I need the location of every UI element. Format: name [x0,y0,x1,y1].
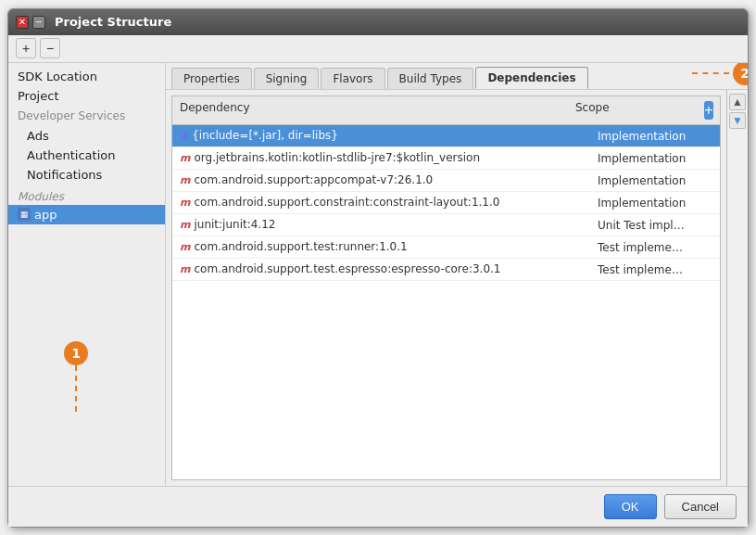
main-panel: Properties Signing Flavors Build Types D… [166,63,748,486]
scope-cell: Test impleme… [590,260,720,279]
sidebar-item-developer-services: Developer Services [8,106,165,126]
sidebar-item-project[interactable]: Project [8,86,165,106]
dep-text: com.android.support.constraint:constrain… [194,196,499,209]
dep-text: com.android.support:appcompat-v7:26.1.0 [194,173,433,186]
toolbar: + − [8,35,748,63]
sidebar-item-sdk-location[interactable]: SDK Location [8,67,165,86]
app-item-label: app [34,208,57,222]
move-up-button[interactable]: ▲ [729,94,746,110]
module-icon: m [180,263,190,275]
module-icon: m [180,197,190,209]
dependency-table: Dependency Scope + ⊕ {include=[*.jar], d… [171,96,721,480]
remove-button[interactable]: − [40,38,60,58]
scope-cell: Implementation [590,193,720,212]
table-outer: Dependency Scope + ⊕ {include=[*.jar], d… [166,90,748,486]
col-header-scope: Scope [568,99,698,121]
sidebar-item-notifications[interactable]: Notifications [8,165,165,185]
project-structure-window: ✕ − Project Structure + − SDK Location P… [7,8,749,528]
title-bar: ✕ − Project Structure [8,9,748,35]
table-row[interactable]: m com.android.support.test.espresso:espr… [172,259,720,281]
dep-text: org.jetbrains.kotlin:kotlin-stdlib-jre7:… [194,151,480,164]
scope-text: Test impleme… [598,263,683,276]
table-row[interactable]: m com.android.support.test:runner:1.0.1 … [172,236,720,259]
content-area: SDK Location Project Developer Services … [8,63,748,486]
scope-text: Implementation [598,152,686,165]
annotation-2-line-h [692,72,729,74]
footer: OK Cancel [8,486,748,527]
tab-dependencies[interactable]: Dependencies [475,67,587,89]
scope-text: Implementation [598,174,686,187]
gradle-icon: ⊕ [180,130,188,142]
modules-section-label: Modules [8,185,165,205]
dep-text: junit:junit:4.12 [194,218,275,231]
module-icon: m [180,174,190,186]
module-icon: m [180,241,190,253]
scope-text: Unit Test impl… [598,219,685,232]
sidebar-item-app[interactable]: ▦ app [8,205,165,224]
module-icon: m [180,152,190,164]
scope-cell: Test impleme… [590,237,720,257]
tab-build-types[interactable]: Build Types [387,68,474,89]
scope-cell: Implementation [590,148,720,168]
table-body: ⊕ {include=[*.jar], dir=libs} Implementa… [172,125,720,479]
tab-properties[interactable]: Properties [171,68,252,89]
table-row[interactable]: m com.android.support:appcompat-v7:26.1.… [172,170,720,192]
dep-cell: m com.android.support.constraint:constra… [172,193,590,211]
table-row[interactable]: ⊕ {include=[*.jar], dir=libs} Implementa… [172,125,720,147]
annotation-bubble-2: 2 [733,63,748,85]
move-down-button[interactable]: ▼ [729,112,746,129]
scope-text: Test impleme… [598,241,683,254]
scope-text: Implementation [598,197,686,210]
scope-cell: Implementation [590,171,720,190]
dep-cell: m com.android.support:appcompat-v7:26.1.… [172,171,590,189]
tab-flavors[interactable]: Flavors [321,68,384,89]
tabs-bar: Properties Signing Flavors Build Types D… [166,63,748,90]
dep-cell: ⊕ {include=[*.jar], dir=libs} [172,126,590,145]
table-row[interactable]: m com.android.support.constraint:constra… [172,192,720,214]
table-side-buttons: ▲ ▼ 3 [726,90,748,486]
table-row[interactable]: m junit:junit:4.12 Unit Test impl… [172,214,720,236]
annotation-bubble-1: 1 [64,341,88,365]
dep-text: com.android.support.test.espresso:espres… [194,262,500,275]
module-icon: m [180,219,190,231]
dep-cell: m com.android.support.test.espresso:espr… [172,260,590,278]
dep-text: {include=[*.jar], dir=libs} [192,129,338,142]
add-dep-btn-header[interactable]: + [698,99,720,121]
cancel-button[interactable]: Cancel [664,494,737,519]
app-module-icon: ▦ [18,208,31,221]
scope-cell: Implementation [590,126,720,146]
close-button[interactable]: ✕ [16,16,29,29]
col-header-dependency: Dependency [172,99,568,121]
add-button[interactable]: + [16,38,36,58]
annotation-1-line [75,365,77,412]
dep-text: com.android.support.test:runner:1.0.1 [194,240,407,253]
tab-signing[interactable]: Signing [254,68,320,89]
sidebar-item-ads[interactable]: Ads [8,126,165,146]
sidebar-item-authentication[interactable]: Authentication [8,146,165,165]
scope-cell: Unit Test impl… [590,215,720,235]
window-title: Project Structure [55,15,171,29]
table-row[interactable]: m org.jetbrains.kotlin:kotlin-stdlib-jre… [172,147,720,170]
dep-cell: m junit:junit:4.12 [172,215,590,234]
add-dependency-button[interactable]: + [704,101,712,120]
scope-text: Implementation [598,130,686,143]
sidebar: SDK Location Project Developer Services … [8,63,166,486]
dep-cell: m com.android.support.test:runner:1.0.1 [172,237,590,256]
table-header: Dependency Scope + [172,96,720,125]
ok-button[interactable]: OK [604,494,657,519]
dep-cell: m org.jetbrains.kotlin:kotlin-stdlib-jre… [172,148,590,167]
window-controls: ✕ − [16,16,45,29]
minimize-button[interactable]: − [32,16,45,29]
